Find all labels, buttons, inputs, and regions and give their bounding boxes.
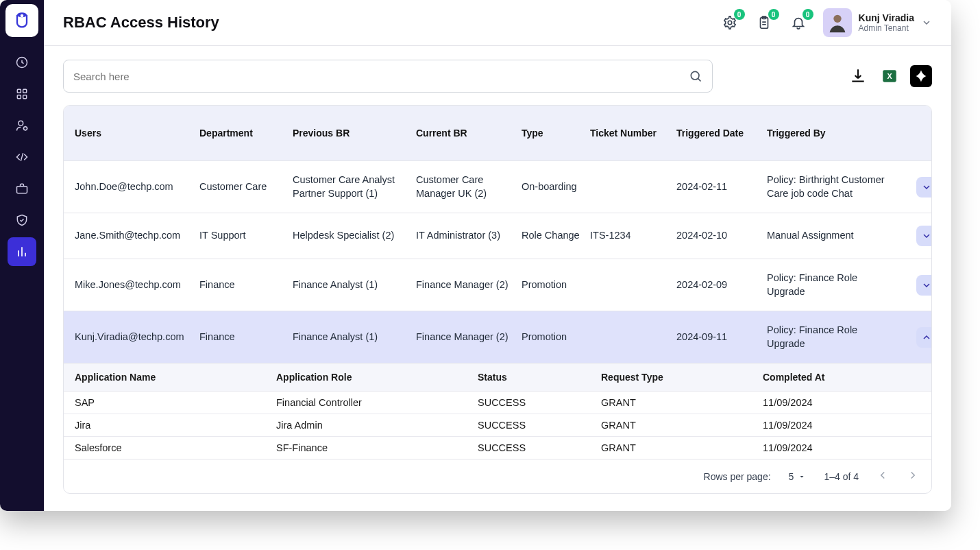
nested-cell: GRANT <box>601 397 763 408</box>
svg-point-10 <box>728 21 732 25</box>
table-cell: Finance Analyst (1) <box>293 278 416 292</box>
bell-icon[interactable]: 0 <box>789 13 808 32</box>
table-cell: Finance <box>199 278 293 292</box>
table-cell: John.Doe@techp.com <box>75 180 199 194</box>
prev-page-button[interactable] <box>877 469 889 483</box>
header: RBAC Access History 0 0 0 <box>44 0 951 46</box>
expand-row-button[interactable] <box>916 327 932 348</box>
nested-cell: 11/09/2024 <box>763 420 920 431</box>
svg-rect-3 <box>17 89 21 93</box>
svg-point-8 <box>24 127 27 130</box>
nested-cell: Jira <box>75 420 276 431</box>
search-box[interactable] <box>63 60 713 93</box>
page-title: RBAC Access History <box>63 14 219 32</box>
user-menu[interactable]: Kunj Viradia Admin Tenant <box>823 8 932 37</box>
table-row[interactable]: Kunj.Viradia@techp.comFinanceFinance Ana… <box>64 311 931 363</box>
nav-briefcase-icon[interactable] <box>8 174 36 203</box>
svg-point-1 <box>21 14 24 18</box>
table-cell: On-boarding <box>522 180 590 194</box>
nested-cell: GRANT <box>601 420 763 431</box>
table-row[interactable]: Mike.Jones@techp.comFinanceFinance Analy… <box>64 259 931 311</box>
table-cell: Customer Care Manager UK (2) <box>416 174 522 200</box>
rows-per-page-label: Rows per page: <box>704 471 771 482</box>
svg-point-7 <box>19 121 23 125</box>
table-cell: 2024-09-11 <box>676 331 767 344</box>
expand-row-button[interactable] <box>916 177 932 198</box>
expand-row-button[interactable] <box>916 226 932 246</box>
rows-per-page-select[interactable]: 5 <box>789 471 807 482</box>
nav-apps-icon[interactable] <box>8 80 36 108</box>
nested-cell: 11/09/2024 <box>763 442 920 453</box>
table-cell: Mike.Jones@techp.com <box>75 278 199 292</box>
col-ticket: Ticket Number <box>590 128 676 139</box>
pagination: Rows per page: 5 1–4 of 4 <box>64 459 931 493</box>
table-cell: IT Support <box>199 229 293 243</box>
nav-user-settings-icon[interactable] <box>8 111 36 140</box>
download-button[interactable] <box>847 65 869 87</box>
table-cell: Finance <box>199 331 293 344</box>
nav-dashboard-icon[interactable] <box>8 48 36 77</box>
table-cell: Finance Manager (2) <box>416 278 522 292</box>
nested-cell: Jira Admin <box>276 420 478 431</box>
nested-cell: SAP <box>75 397 276 408</box>
col-type: Type <box>522 128 590 139</box>
svg-rect-6 <box>23 95 27 99</box>
search-input[interactable] <box>73 71 689 82</box>
settings-badge: 0 <box>734 9 745 20</box>
nav-code-icon[interactable] <box>8 143 36 171</box>
nested-col: Completed At <box>763 372 920 383</box>
nested-cell: SF-Finance <box>276 442 478 453</box>
col-previous-br: Previous BR <box>293 128 416 139</box>
nested-col: Status <box>478 372 601 383</box>
table-cell: Finance Analyst (1) <box>293 331 416 344</box>
sidebar <box>0 0 44 511</box>
svg-point-14 <box>691 71 699 80</box>
table-cell: Customer Care <box>199 180 293 194</box>
table-row[interactable]: John.Doe@techp.comCustomer CareCustomer … <box>64 160 931 213</box>
table-cell: Jane.Smith@techp.com <box>75 229 199 243</box>
nested-col: Application Name <box>75 372 276 383</box>
svg-text:X: X <box>887 72 892 80</box>
dropdown-icon <box>798 473 806 481</box>
svg-point-13 <box>833 15 841 23</box>
nested-row: JiraJira AdminSUCCESSGRANT11/09/2024 <box>64 414 931 436</box>
nav-shield-icon[interactable] <box>8 206 36 235</box>
clipboard-icon[interactable]: 0 <box>755 13 774 32</box>
table-cell: Promotion <box>522 331 590 344</box>
page-range: 1–4 of 4 <box>824 471 859 482</box>
col-current-br: Current BR <box>416 128 522 139</box>
app-logo <box>5 4 38 37</box>
clipboard-badge: 0 <box>768 9 779 20</box>
user-role: Admin Tenant <box>859 23 914 33</box>
nested-cell: Salesforce <box>75 442 276 453</box>
svg-rect-9 <box>17 187 27 193</box>
nested-cell: 11/09/2024 <box>763 397 920 408</box>
settings-icon[interactable]: 0 <box>720 13 739 32</box>
nested-row: SAPFinancial ControllerSUCCESSGRANT11/09… <box>64 391 931 414</box>
table-cell: Kunj.Viradia@techp.com <box>75 331 199 344</box>
table-cell: 2024-02-10 <box>676 229 767 243</box>
bell-badge: 0 <box>803 9 813 20</box>
avatar <box>823 8 852 37</box>
next-page-button[interactable] <box>907 469 919 483</box>
nested-cell: SUCCESS <box>478 397 601 408</box>
table-cell: Policy: Birthright Customer Care job cod… <box>767 174 900 200</box>
expand-row-button[interactable] <box>916 275 932 296</box>
table-cell: 2024-02-11 <box>676 180 767 194</box>
chevron-down-icon <box>921 17 932 28</box>
table-cell: Helpdesk Specialist (2) <box>293 229 416 243</box>
table-cell: 2024-02-09 <box>676 278 767 292</box>
export-excel-button[interactable]: X <box>879 65 901 87</box>
search-icon <box>689 69 702 83</box>
nav-reports-icon[interactable] <box>8 237 36 266</box>
nested-col: Application Role <box>276 372 478 383</box>
col-department: Department <box>199 128 293 139</box>
table-cell: Policy: Finance Role Upgrade <box>767 272 900 298</box>
export-pdf-button[interactable] <box>910 65 932 87</box>
table-row[interactable]: Jane.Smith@techp.comIT SupportHelpdesk S… <box>64 213 931 259</box>
access-history-table: Users Department Previous BR Current BR … <box>63 105 932 494</box>
nested-col: Request Type <box>601 372 763 383</box>
col-date: Triggered Date <box>676 128 767 139</box>
nested-row: SalesforceSF-FinanceSUCCESSGRANT11/09/20… <box>64 436 931 459</box>
table-cell: Customer Care Analyst Partner Support (1… <box>293 174 416 200</box>
